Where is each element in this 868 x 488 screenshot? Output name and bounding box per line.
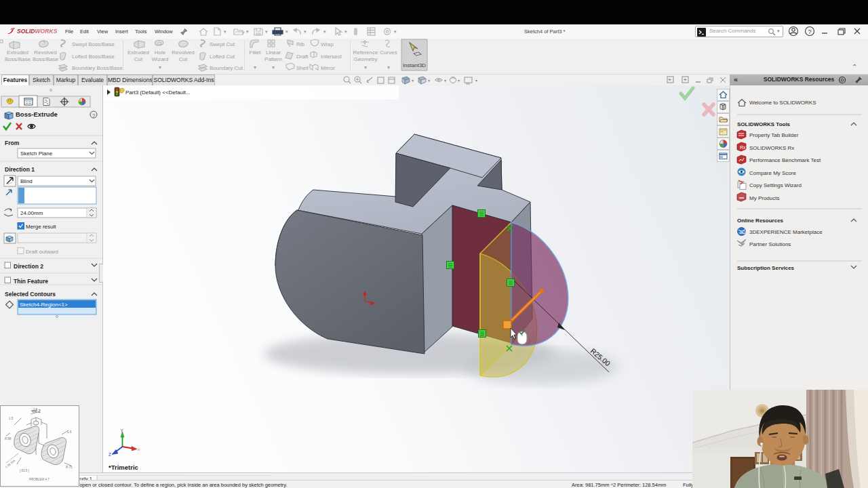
svg-text:Blind: Blind — [20, 178, 33, 184]
svg-text:Mirror: Mirror — [321, 65, 335, 71]
svg-text:Copy Settings Wizard: Copy Settings Wizard — [749, 182, 802, 188]
svg-text:Welcome to SOLIDWORKS: Welcome to SOLIDWORKS — [749, 100, 816, 106]
svg-text:Sketch4-Region<1>: Sketch4-Region<1> — [20, 302, 68, 308]
svg-text:Lofted Boss/Base: Lofted Boss/Base — [72, 54, 115, 60]
svg-text:▾: ▾ — [444, 79, 446, 83]
svg-text:Y: Y — [121, 428, 124, 433]
svg-text:Revolved: Revolved — [34, 49, 56, 56]
svg-text:Revolved: Revolved — [172, 49, 194, 56]
svg-text:▾: ▾ — [387, 64, 390, 70]
svg-text:Wizard: Wizard — [152, 56, 169, 62]
svg-text:Linear: Linear — [266, 49, 281, 56]
svg-text:Thin Feature: Thin Feature — [14, 278, 48, 285]
svg-text:Instant3D: Instant3D — [403, 62, 426, 68]
svg-text:Intersect: Intersect — [321, 54, 342, 60]
svg-text:3D: 3D — [740, 230, 746, 235]
svg-text:3DEXPERIENCE Marketplace: 3DEXPERIENCE Marketplace — [749, 229, 823, 235]
svg-text:Curves: Curves — [380, 49, 397, 56]
svg-text:Swept Boss/Base: Swept Boss/Base — [72, 41, 115, 47]
svg-text:SOLIDWORKS: SOLIDWORKS — [17, 28, 58, 35]
svg-text:Boss/Base: Boss/Base — [33, 56, 59, 62]
svg-text:▾: ▾ — [394, 29, 397, 34]
svg-text:Shell: Shell — [296, 65, 309, 71]
svg-text:Pattern: Pattern — [264, 56, 282, 62]
svg-text:▾: ▾ — [224, 29, 226, 34]
svg-text:Rib: Rib — [296, 41, 305, 47]
svg-text:Lofted Cut: Lofted Cut — [210, 54, 235, 60]
svg-text:Rx: Rx — [740, 145, 746, 150]
svg-text:▾: ▾ — [159, 64, 161, 70]
svg-text:Cut: Cut — [134, 56, 143, 62]
svg-text:▾: ▾ — [265, 29, 268, 34]
svg-text:Swept Cut: Swept Cut — [210, 41, 235, 47]
svg-text:Part3 (Default) <<Default...: Part3 (Default) <<Default... — [125, 89, 191, 96]
svg-text:Boundary Cut: Boundary Cut — [210, 65, 243, 71]
svg-text:?: ? — [92, 113, 96, 119]
svg-text:Boss-Extrude: Boss-Extrude — [16, 110, 58, 118]
svg-text:Boss/Base: Boss/Base — [5, 56, 31, 62]
svg-text:Geometry: Geometry — [353, 56, 377, 62]
svg-text:Direction 1: Direction 1 — [5, 166, 35, 173]
svg-text:[ 63.5 ]: [ 63.5 ] — [20, 469, 29, 472]
svg-text:SOLIDWORKS Tools: SOLIDWORKS Tools — [737, 121, 791, 127]
svg-text:Merge result: Merge result — [26, 224, 56, 230]
svg-text:Subscription Services: Subscription Services — [737, 265, 795, 271]
svg-text:Extruded: Extruded — [7, 49, 28, 56]
svg-text:Cut: Cut — [179, 56, 188, 62]
svg-text:Reference: Reference — [353, 49, 378, 56]
svg-text:Draft outward: Draft outward — [26, 249, 58, 255]
svg-text:▾: ▾ — [285, 29, 288, 34]
svg-text:R.75: R.75 — [66, 466, 73, 469]
svg-text:From: From — [5, 140, 20, 146]
svg-text:Compare My Score: Compare My Score — [749, 170, 796, 176]
svg-text:1.5: 1.5 — [9, 417, 14, 420]
svg-text:*Trimetric: *Trimetric — [108, 464, 138, 471]
svg-text:Hole: Hole — [155, 49, 166, 56]
svg-text:Boundary Boss/Base: Boundary Boss/Base — [72, 65, 123, 71]
svg-text:24.00mm: 24.00mm — [20, 210, 43, 216]
svg-text:Sketch Plane: Sketch Plane — [20, 150, 53, 157]
svg-text:Draft: Draft — [296, 54, 309, 60]
svg-text:2.0: 2.0 — [33, 408, 38, 411]
svg-text:Z: Z — [108, 452, 111, 457]
svg-text:1.6: 1.6 — [67, 430, 72, 434]
svg-text:▾: ▾ — [475, 79, 477, 83]
svg-text:Partner Solutions: Partner Solutions — [749, 241, 791, 247]
svg-text:▾: ▾ — [272, 64, 275, 70]
svg-text:▾: ▾ — [428, 79, 430, 83]
svg-text:1.38 DIA: 1.38 DIA — [5, 459, 16, 469]
svg-text:Selected Contours: Selected Contours — [5, 291, 56, 298]
svg-text:Extruded: Extruded — [127, 49, 149, 56]
svg-text:▾: ▾ — [246, 29, 249, 34]
svg-text:▾: ▾ — [323, 29, 326, 34]
svg-text:▾: ▾ — [344, 29, 347, 34]
svg-text:Property Tab Builder: Property Tab Builder — [749, 132, 799, 138]
svg-text:SOLIDWORKS Rx: SOLIDWORKS Rx — [749, 145, 794, 151]
svg-text:Direction 2: Direction 2 — [14, 263, 43, 270]
svg-text:R.88: R.88 — [5, 437, 12, 441]
svg-text:▾: ▾ — [412, 79, 414, 83]
svg-text:Fillet: Fillet — [250, 49, 262, 56]
svg-text:My Products: My Products — [749, 195, 779, 201]
svg-text:Online Resources: Online Resources — [737, 218, 784, 224]
svg-text:?: ? — [808, 28, 812, 35]
svg-text:▾: ▾ — [304, 29, 307, 34]
svg-text:▾: ▾ — [364, 64, 367, 70]
svg-text:Wrap: Wrap — [321, 41, 334, 47]
svg-text:Performance Benchmark Test: Performance Benchmark Test — [749, 157, 821, 163]
svg-text:▾: ▾ — [458, 79, 460, 83]
svg-text:PROBLEM 4-7: PROBLEM 4-7 — [29, 478, 50, 481]
svg-text:▾: ▾ — [254, 64, 256, 70]
